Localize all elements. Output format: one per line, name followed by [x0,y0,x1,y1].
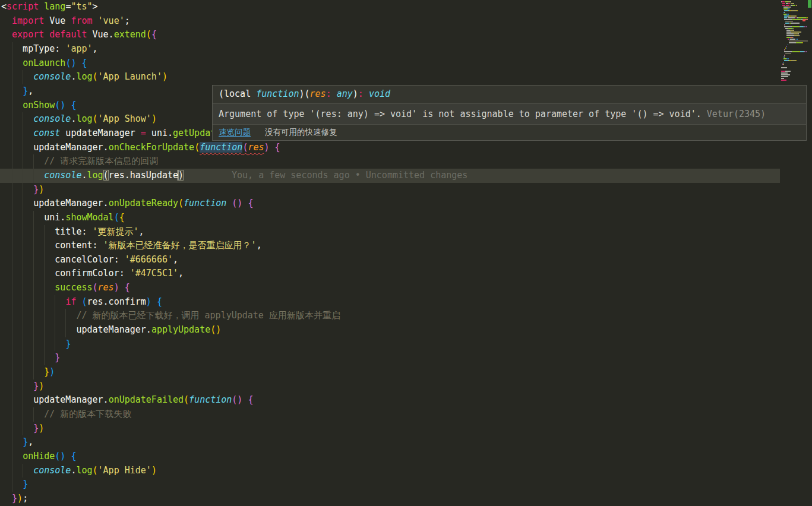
tooltip-message: Argument of type '(res: any) => void' is… [213,104,806,124]
code-line[interactable]: export default Vue.extend({ [0,28,812,42]
minimap[interactable] [780,0,812,506]
code-line[interactable]: }) [0,380,812,394]
code-line[interactable]: uni.showModal({ [0,211,812,225]
gitlens-blame: You, a few seconds ago • Uncommitted cha… [232,169,467,183]
code-line[interactable]: if (res.confirm) { [0,295,812,309]
code-line[interactable]: updateManager.onCheckForUpdate(function(… [0,141,812,155]
editor-window: { "app": {"kind": "vscode-editor", "them… [0,0,812,506]
hover-tooltip: (local function)(res: any): void Argumen… [212,85,807,141]
code-line[interactable]: // 新的版本下载失败 [0,407,812,422]
code-line[interactable]: content: '新版本已经准备好，是否重启应用？', [0,239,812,253]
error-source-label: Vetur(2345) [707,109,766,119]
code-line[interactable]: }) [0,183,812,197]
minimap-error-marker [802,19,805,21]
code-editor[interactable]: <script lang="ts"> import Vue from 'vue'… [0,0,812,506]
peek-problem-link[interactable]: 速览问题 [219,127,251,137]
code-line[interactable]: // 新的版本已经下载好，调用 applyUpdate 应用新版本并重启 [0,309,812,323]
code-line[interactable]: title: '更新提示', [0,225,812,239]
code-line[interactable]: }) [0,365,812,380]
code-line[interactable]: updateManager.onUpdateFailed(function() … [0,393,812,407]
code-line[interactable]: } [0,337,812,352]
code-line[interactable]: console.log('App Launch') [0,70,812,84]
no-quickfix-label: 没有可用的快速修复 [265,127,337,137]
code-line[interactable]: } [0,477,812,492]
code-line[interactable]: updateManager.applyUpdate() [0,323,812,337]
code-line[interactable]: confirmColor: '#47C5C1', [0,267,812,281]
code-line[interactable]: import Vue from 'vue'; [0,14,812,29]
code-line[interactable]: mpType: 'app', [0,42,812,56]
code-line[interactable]: console.log(res.hasUpdate)You, a few sec… [0,169,780,183]
overview-ruler-change-marker [808,0,811,8]
code-line[interactable]: <script lang="ts"> [0,0,812,14]
tooltip-signature: (local function)(res: any): void [213,86,806,104]
code-line[interactable]: cancelColor: '#666666', [0,253,812,267]
code-lines: <script lang="ts"> import Vue from 'vue'… [0,0,812,506]
code-line[interactable]: }, [0,435,812,450]
code-line[interactable]: } [0,351,812,365]
code-line[interactable]: }); [0,492,812,506]
code-line[interactable]: console.log('App Hide') [0,464,812,478]
tooltip-actions: 速览问题没有可用的快速修复 [213,124,806,140]
code-line[interactable]: onLaunch() { [0,56,812,71]
code-line[interactable]: onHide() { [0,450,812,464]
error-message-text: Argument of type '(res: any) => void' is… [219,109,707,119]
code-line[interactable]: updateManager.onUpdateReady(function () … [0,197,812,211]
code-line[interactable]: }) [0,422,812,436]
code-line[interactable]: success(res) { [0,281,812,295]
code-line[interactable]: // 请求完新版本信息的回调 [0,154,812,169]
